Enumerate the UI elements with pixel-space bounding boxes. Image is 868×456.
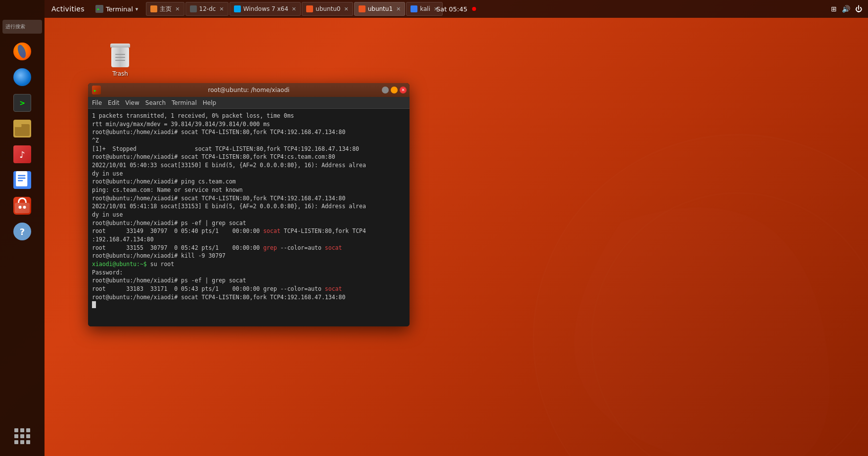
sidebar-item-terminal[interactable] xyxy=(10,91,34,115)
ubuntu0-tab-close[interactable]: ✕ xyxy=(344,6,348,12)
grid-dot xyxy=(26,434,30,438)
sidebar-item-firefox[interactable] xyxy=(10,40,34,63)
trash-desktop-icon[interactable]: Trash xyxy=(103,44,137,77)
close-button[interactable]: ✕ xyxy=(400,87,407,93)
search-label: 进行搜索 xyxy=(5,23,25,30)
grid-dot xyxy=(14,428,18,432)
terminal-line: root@ubuntu:/home/xiaodi# socat TCP4-LIS… xyxy=(92,128,406,137)
bg-decoration xyxy=(374,105,868,456)
terminal-taskbar-arrow: ▾ xyxy=(136,6,138,12)
taskbar: Activities ▸ Terminal ▾ 主页 ✕ 12-dc ✕ xyxy=(45,0,868,18)
trash-line xyxy=(115,57,125,58)
tab-12dc[interactable]: 12-dc ✕ xyxy=(185,2,228,16)
terminal-line: root@ubuntu:/home/xiaodi# ps -ef | grep … xyxy=(92,276,406,285)
win7-tab-close[interactable]: ✕ xyxy=(292,6,296,12)
terminal-cursor-line xyxy=(92,301,406,308)
tab-home[interactable]: 主页 ✕ xyxy=(146,2,184,16)
grid-dot xyxy=(20,440,24,444)
taskbar-tabs: 主页 ✕ 12-dc ✕ Windows 7 x64 ✕ ubuntu0 ✕ u… xyxy=(146,2,443,16)
grid-dot xyxy=(20,434,24,438)
taskbar-terminal-menu[interactable]: ▸ Terminal ▾ xyxy=(95,5,138,13)
network-icon[interactable]: ⊞ xyxy=(831,5,837,13)
taskbar-center: Sat 05:45 xyxy=(436,5,476,13)
show-applications-button[interactable] xyxy=(10,424,34,448)
terminal-taskbar-label: Terminal xyxy=(106,5,133,13)
trash-can-graphic xyxy=(109,44,131,68)
svg-text:▸: ▸ xyxy=(97,7,99,11)
sidebar-item-writer[interactable] xyxy=(10,168,34,192)
ubuntu1-tab-close[interactable]: ✕ xyxy=(396,6,401,12)
grid-dot xyxy=(20,428,24,432)
menu-terminal[interactable]: Terminal xyxy=(172,99,197,106)
desktop: Trash ▸ root@ubuntu: /home/xiaodi ✕ File… xyxy=(45,18,868,456)
svg-rect-5 xyxy=(18,180,23,182)
grid-dot xyxy=(14,440,18,444)
tab-ubuntu0[interactable]: ubuntu0 ✕ xyxy=(302,2,353,16)
sidebar-bottom xyxy=(10,424,34,448)
power-icon[interactable]: ⏻ xyxy=(855,5,862,13)
terminal-line: root@ubuntu:/home/xiaodi# socat TCP4-LIS… xyxy=(92,153,406,161)
grid-dot xyxy=(26,428,30,432)
sidebar-item-store[interactable] xyxy=(10,194,34,218)
svg-rect-1 xyxy=(15,124,22,127)
terminal-line: root 33149 30797 0 05:40 pts/1 00:00:00 … xyxy=(92,227,406,235)
12dc-tab-close[interactable]: ✕ xyxy=(219,6,224,12)
home-tab-icon xyxy=(150,5,157,12)
svg-point-7 xyxy=(19,206,22,209)
sidebar-item-thunderbird[interactable] xyxy=(10,65,34,89)
maximize-button[interactable] xyxy=(391,87,398,93)
12dc-tab-label: 12-dc xyxy=(199,5,216,12)
clock[interactable]: Sat 05:45 xyxy=(436,5,467,13)
menu-view[interactable]: View xyxy=(125,99,139,106)
taskbar-right: ⊞ 🔊 ⏻ xyxy=(831,5,868,13)
terminal-line: root 33183 33171 0 05:43 pts/1 00:00:00 … xyxy=(92,285,406,293)
terminal-line: :192.168.47.134:80 xyxy=(92,235,406,244)
ubuntu1-tab-icon xyxy=(359,5,365,12)
svg-text:▸: ▸ xyxy=(94,88,96,93)
terminal-line: rtt min/avg/max/mdev = 39.814/39.814/39.… xyxy=(92,120,406,129)
svg-point-8 xyxy=(23,206,26,209)
home-tab-close[interactable]: ✕ xyxy=(175,6,180,12)
sidebar-item-help[interactable]: ? xyxy=(10,220,34,243)
svg-rect-2 xyxy=(16,171,27,186)
menu-edit[interactable]: Edit xyxy=(108,99,119,106)
terminal-title: root@ubuntu: /home/xiaodi xyxy=(88,87,410,93)
terminal-line: root@ubuntu:/home/xiaodi# kill -9 30797 xyxy=(92,252,406,260)
kali-tab-label: kali xyxy=(420,5,430,12)
grid-dot xyxy=(14,434,18,438)
trash-line xyxy=(115,54,125,55)
grid-dot xyxy=(26,440,30,444)
terminal-line: root 33155 30797 0 05:42 pts/1 00:00:00 … xyxy=(92,244,406,252)
terminal-line: Password: xyxy=(92,269,406,277)
svg-rect-3 xyxy=(18,175,25,177)
terminal-line: root@ubuntu:/home/xiaodi# socat TCP4-LIS… xyxy=(92,194,406,203)
volume-icon[interactable]: 🔊 xyxy=(842,5,850,13)
sidebar-item-files[interactable] xyxy=(10,117,34,140)
terminal-line: xiaodi@ubuntu:~$ su root xyxy=(92,260,406,269)
trash-lid xyxy=(110,44,130,47)
terminal-line: root@ubuntu:/home/xiaodi# socat TCP4-LIS… xyxy=(92,293,406,302)
menu-search[interactable]: Search xyxy=(145,99,166,106)
minimize-button[interactable] xyxy=(382,87,389,93)
terminal-line: ping: cs.team.com: Name or service not k… xyxy=(92,186,406,194)
status-indicator xyxy=(472,7,476,11)
terminal-menubar: File Edit View Search Terminal Help xyxy=(88,97,410,109)
terminal-line: dy in use xyxy=(92,211,406,219)
sidebar-search[interactable]: 进行搜索 xyxy=(2,20,42,34)
tab-ubuntu1[interactable]: ubuntu1 ✕ xyxy=(354,2,406,16)
trash-body xyxy=(111,47,129,67)
kali-tab-icon xyxy=(411,5,417,12)
svg-point-12 xyxy=(592,193,868,456)
activities-button[interactable]: Activities xyxy=(45,0,91,18)
terminal-window-icon: ▸ xyxy=(92,86,101,94)
home-tab-label: 主页 xyxy=(160,5,172,13)
ubuntu1-tab-label: ubuntu1 xyxy=(368,5,393,12)
sidebar-item-rhythmbox[interactable]: ♪ xyxy=(10,142,34,166)
tab-win7[interactable]: Windows 7 x64 ✕ xyxy=(229,2,301,16)
terminal-line: 1 packets transmitted, 1 received, 0% pa… xyxy=(92,112,406,120)
menu-file[interactable]: File xyxy=(92,99,102,106)
12dc-tab-icon xyxy=(190,5,197,12)
menu-help[interactable]: Help xyxy=(203,99,216,106)
terminal-content[interactable]: 1 packets transmitted, 1 received, 0% pa… xyxy=(88,109,410,326)
ubuntu0-tab-icon xyxy=(306,5,313,12)
